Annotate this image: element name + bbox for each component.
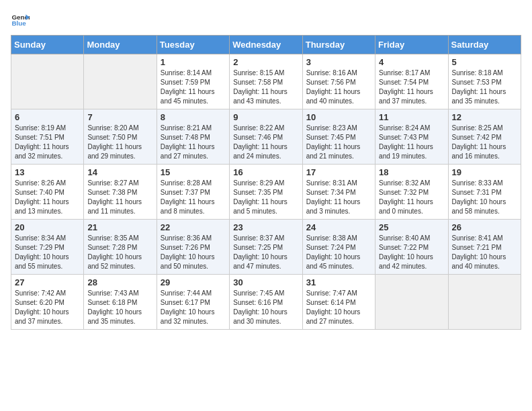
day-number: 25 (379, 222, 444, 232)
day-number: 19 (452, 167, 517, 177)
day-number: 5 (452, 57, 517, 67)
day-number: 17 (306, 167, 371, 177)
day-number: 21 (87, 222, 152, 232)
day-number: 11 (379, 112, 444, 122)
calendar-cell: 1Sunrise: 8:14 AM Sunset: 7:59 PM Daylig… (157, 54, 229, 109)
day-number: 14 (87, 167, 152, 177)
calendar-cell: 4Sunrise: 8:17 AM Sunset: 7:54 PM Daylig… (375, 54, 448, 109)
logo: General Blue (11, 11, 32, 30)
day-info: Sunrise: 8:40 AM Sunset: 7:22 PM Dayligh… (379, 234, 444, 271)
calendar-cell: 31Sunrise: 7:47 AM Sunset: 6:14 PM Dayli… (302, 275, 375, 330)
day-info: Sunrise: 7:47 AM Sunset: 6:14 PM Dayligh… (306, 289, 371, 326)
day-info: Sunrise: 8:24 AM Sunset: 7:43 PM Dayligh… (379, 124, 444, 161)
calendar-cell (448, 275, 521, 330)
col-header-tuesday: Tuesday (157, 36, 229, 54)
day-number: 3 (306, 57, 371, 67)
calendar-cell: 13Sunrise: 8:26 AM Sunset: 7:40 PM Dayli… (11, 165, 84, 220)
day-info: Sunrise: 8:16 AM Sunset: 7:56 PM Dayligh… (306, 68, 371, 106)
svg-text:Blue: Blue (11, 19, 26, 27)
day-info: Sunrise: 8:29 AM Sunset: 7:35 PM Dayligh… (233, 179, 298, 216)
col-header-friday: Friday (375, 36, 448, 54)
day-info: Sunrise: 8:27 AM Sunset: 7:38 PM Dayligh… (87, 179, 152, 216)
calendar-cell: 9Sunrise: 8:22 AM Sunset: 7:46 PM Daylig… (230, 109, 302, 165)
calendar-cell: 7Sunrise: 8:20 AM Sunset: 7:50 PM Daylig… (84, 109, 157, 165)
day-number: 27 (15, 277, 80, 287)
calendar-cell: 20Sunrise: 8:34 AM Sunset: 7:29 PM Dayli… (11, 220, 84, 275)
day-info: Sunrise: 8:23 AM Sunset: 7:45 PM Dayligh… (306, 124, 371, 161)
day-number: 26 (452, 222, 517, 232)
day-number: 22 (161, 222, 226, 232)
calendar-cell: 21Sunrise: 8:35 AM Sunset: 7:28 PM Dayli… (84, 220, 157, 275)
day-number: 30 (233, 277, 298, 287)
day-number: 4 (379, 57, 444, 67)
calendar-cell: 14Sunrise: 8:27 AM Sunset: 7:38 PM Dayli… (84, 165, 157, 220)
day-info: Sunrise: 8:21 AM Sunset: 7:48 PM Dayligh… (161, 124, 226, 161)
day-number: 13 (15, 167, 80, 177)
day-info: Sunrise: 8:33 AM Sunset: 7:31 PM Dayligh… (452, 179, 517, 216)
calendar-cell: 30Sunrise: 7:45 AM Sunset: 6:16 PM Dayli… (230, 275, 302, 330)
calendar-cell: 26Sunrise: 8:41 AM Sunset: 7:21 PM Dayli… (448, 220, 521, 275)
day-number: 9 (233, 112, 298, 122)
day-info: Sunrise: 8:14 AM Sunset: 7:59 PM Dayligh… (161, 68, 226, 106)
calendar-cell: 15Sunrise: 8:28 AM Sunset: 7:37 PM Dayli… (157, 165, 229, 220)
day-info: Sunrise: 7:45 AM Sunset: 6:16 PM Dayligh… (233, 289, 298, 326)
calendar-cell: 18Sunrise: 8:32 AM Sunset: 7:32 PM Dayli… (375, 165, 448, 220)
calendar-cell (11, 54, 84, 109)
calendar-cell (84, 54, 157, 109)
day-info: Sunrise: 8:17 AM Sunset: 7:54 PM Dayligh… (379, 68, 444, 106)
day-info: Sunrise: 7:43 AM Sunset: 6:18 PM Dayligh… (87, 289, 152, 326)
col-header-wednesday: Wednesday (230, 36, 302, 54)
calendar-table: SundayMondayTuesdayWednesdayThursdayFrid… (11, 35, 521, 330)
calendar-cell: 2Sunrise: 8:15 AM Sunset: 7:58 PM Daylig… (230, 54, 302, 109)
day-info: Sunrise: 8:32 AM Sunset: 7:32 PM Dayligh… (379, 179, 444, 216)
day-info: Sunrise: 8:34 AM Sunset: 7:29 PM Dayligh… (15, 234, 80, 271)
day-number: 28 (87, 277, 152, 287)
day-info: Sunrise: 8:28 AM Sunset: 7:37 PM Dayligh… (161, 179, 226, 216)
day-info: Sunrise: 8:38 AM Sunset: 7:24 PM Dayligh… (306, 234, 371, 271)
day-number: 16 (233, 167, 298, 177)
day-number: 6 (15, 112, 80, 122)
day-number: 20 (15, 222, 80, 232)
calendar-cell: 8Sunrise: 8:21 AM Sunset: 7:48 PM Daylig… (157, 109, 229, 165)
day-info: Sunrise: 8:15 AM Sunset: 7:58 PM Dayligh… (233, 68, 298, 106)
day-info: Sunrise: 8:18 AM Sunset: 7:53 PM Dayligh… (452, 68, 517, 106)
day-number: 7 (87, 112, 152, 122)
calendar-cell: 22Sunrise: 8:36 AM Sunset: 7:26 PM Dayli… (157, 220, 229, 275)
calendar-cell: 19Sunrise: 8:33 AM Sunset: 7:31 PM Dayli… (448, 165, 521, 220)
day-info: Sunrise: 8:20 AM Sunset: 7:50 PM Dayligh… (87, 124, 152, 161)
day-number: 18 (379, 167, 444, 177)
day-number: 10 (306, 112, 371, 122)
calendar-cell: 17Sunrise: 8:31 AM Sunset: 7:34 PM Dayli… (302, 165, 375, 220)
day-number: 24 (306, 222, 371, 232)
day-info: Sunrise: 7:44 AM Sunset: 6:17 PM Dayligh… (161, 289, 226, 326)
day-info: Sunrise: 8:19 AM Sunset: 7:51 PM Dayligh… (15, 124, 80, 161)
calendar-cell: 3Sunrise: 8:16 AM Sunset: 7:56 PM Daylig… (302, 54, 375, 109)
calendar-cell: 23Sunrise: 8:37 AM Sunset: 7:25 PM Dayli… (230, 220, 302, 275)
day-info: Sunrise: 8:22 AM Sunset: 7:46 PM Dayligh… (233, 124, 298, 161)
calendar-cell (375, 275, 448, 330)
logo-icon: General Blue (11, 11, 30, 30)
day-info: Sunrise: 8:35 AM Sunset: 7:28 PM Dayligh… (87, 234, 152, 271)
day-number: 2 (233, 57, 298, 67)
calendar-cell: 5Sunrise: 8:18 AM Sunset: 7:53 PM Daylig… (448, 54, 521, 109)
calendar-cell: 6Sunrise: 8:19 AM Sunset: 7:51 PM Daylig… (11, 109, 84, 165)
day-number: 8 (161, 112, 226, 122)
col-header-saturday: Saturday (448, 36, 521, 54)
day-info: Sunrise: 7:42 AM Sunset: 6:20 PM Dayligh… (15, 289, 80, 326)
day-number: 1 (161, 57, 226, 67)
day-number: 31 (306, 277, 371, 287)
day-number: 12 (452, 112, 517, 122)
calendar-cell: 24Sunrise: 8:38 AM Sunset: 7:24 PM Dayli… (302, 220, 375, 275)
calendar-cell: 11Sunrise: 8:24 AM Sunset: 7:43 PM Dayli… (375, 109, 448, 165)
calendar-cell: 27Sunrise: 7:42 AM Sunset: 6:20 PM Dayli… (11, 275, 84, 330)
day-info: Sunrise: 8:41 AM Sunset: 7:21 PM Dayligh… (452, 234, 517, 271)
page-header: General Blue (11, 11, 521, 30)
col-header-monday: Monday (84, 36, 157, 54)
calendar-cell: 12Sunrise: 8:25 AM Sunset: 7:42 PM Dayli… (448, 109, 521, 165)
day-number: 23 (233, 222, 298, 232)
day-info: Sunrise: 8:36 AM Sunset: 7:26 PM Dayligh… (161, 234, 226, 271)
calendar-cell: 10Sunrise: 8:23 AM Sunset: 7:45 PM Dayli… (302, 109, 375, 165)
day-info: Sunrise: 8:37 AM Sunset: 7:25 PM Dayligh… (233, 234, 298, 271)
day-number: 29 (161, 277, 226, 287)
day-info: Sunrise: 8:26 AM Sunset: 7:40 PM Dayligh… (15, 179, 80, 216)
